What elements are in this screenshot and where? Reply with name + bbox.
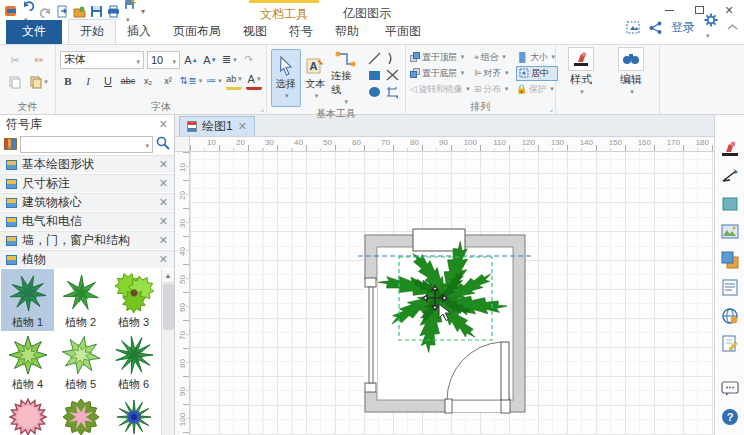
size-button[interactable]: ▐▌大小 (516, 51, 558, 64)
group-button[interactable]: ⌖组合 (474, 51, 516, 64)
hyperlink-icon[interactable] (719, 305, 741, 326)
tab-home[interactable]: 开始 (68, 19, 116, 44)
distribute-button[interactable]: ⊞分布 (474, 83, 516, 96)
tab-view[interactable]: 视图 (232, 20, 278, 44)
category-walls-doors-windows[interactable]: 墙，门，窗户和结构✕ (0, 231, 174, 250)
category-dimensioning[interactable]: 尺寸标注✕ (0, 174, 174, 193)
align-button[interactable]: ⊫对齐 (474, 67, 516, 80)
plant-symbol-3[interactable]: 植物 3 (107, 269, 160, 331)
pencil-shape-tool[interactable] (386, 69, 399, 84)
bullet-list-button[interactable]: ≔ (206, 72, 222, 90)
dialog-launcher-icon[interactable]: ⌟ (549, 104, 553, 113)
rotate-text-icon[interactable]: ↷ (241, 51, 257, 69)
bring-to-front-button[interactable]: 置于顶层 (410, 51, 474, 64)
layers-icon[interactable] (719, 249, 741, 270)
plant-symbol-8[interactable] (54, 393, 107, 435)
symbol-search-input[interactable] (20, 136, 153, 153)
collapse-ribbon-icon[interactable] (727, 23, 738, 31)
arc-shape-tool[interactable] (387, 52, 398, 68)
library-picker-icon[interactable] (4, 138, 17, 150)
settings-gear-icon[interactable] (704, 13, 718, 41)
style-button[interactable]: 样式 (559, 47, 603, 101)
search-icon[interactable] (156, 136, 170, 153)
plant-symbol-9[interactable] (107, 393, 160, 435)
theme-icon[interactable] (719, 137, 741, 158)
category-basic-shapes[interactable]: 基本绘图形状✕ (0, 155, 174, 174)
dialog-launcher-icon[interactable]: ⌟ (260, 104, 264, 113)
cut-icon[interactable]: ✂ (7, 51, 23, 69)
superscript-button[interactable]: x² (160, 72, 176, 90)
close-icon[interactable]: ✕ (159, 235, 168, 246)
print-button[interactable] (107, 5, 120, 18)
comment-icon[interactable] (719, 378, 741, 399)
plant-symbol-2[interactable]: 植物 2 (54, 269, 107, 331)
ellipse-shape-tool[interactable] (368, 86, 381, 101)
strikethrough-button[interactable]: abc (120, 72, 136, 90)
tab-page-layout[interactable]: 页面布局 (162, 20, 232, 44)
center-button[interactable]: 居中 (516, 66, 558, 81)
paste-icon[interactable] (7, 73, 23, 91)
paste-dropdown[interactable] (29, 73, 49, 91)
tab-floor-plan[interactable]: 平面图 (374, 20, 432, 44)
rectangle-shape-tool[interactable] (368, 70, 381, 84)
close-panel-icon[interactable]: ✕ (159, 119, 168, 130)
line-shape-tool[interactable] (368, 52, 381, 68)
line-spacing-button[interactable]: ⇅≣ (180, 72, 202, 90)
protect-button[interactable]: 🔒保护 (516, 83, 558, 96)
plant-symbol-6[interactable]: 植物 6 (107, 331, 160, 393)
connector-tool-button[interactable]: 连接线 (330, 49, 360, 107)
drawing-canvas[interactable] (190, 152, 714, 435)
close-icon[interactable]: ✕ (159, 159, 168, 170)
tab-insert[interactable]: 插入 (116, 20, 162, 44)
highlight-color-button[interactable]: ab (226, 72, 242, 90)
text-tool-button[interactable]: A 文本 (301, 49, 331, 107)
tab-help[interactable]: 帮助 (324, 20, 370, 44)
shrink-font-button[interactable]: A▼ (202, 51, 218, 69)
share-icon[interactable] (649, 21, 662, 34)
scrollbar-thumb[interactable] (163, 284, 174, 330)
close-icon[interactable]: ✕ (159, 254, 168, 265)
edit-button[interactable]: 编辑 (609, 47, 653, 101)
plant-symbol-1[interactable]: 植物 1 (1, 269, 54, 331)
tab-symbols[interactable]: 符号 (278, 20, 324, 44)
open-button[interactable] (73, 5, 86, 18)
category-electrical-telecom[interactable]: 电气和电信✕ (0, 212, 174, 231)
document-tab[interactable]: 绘图1 ✕ (179, 116, 255, 136)
customize-qat-icon[interactable]: ▾ (141, 7, 145, 16)
italic-button[interactable]: I (80, 72, 96, 90)
grow-font-button[interactable]: A▲ (183, 51, 199, 69)
plant-symbol-4[interactable]: 植物 4 (1, 331, 54, 393)
category-plants[interactable]: 植物✕ (0, 250, 174, 269)
close-icon[interactable]: ✕ (159, 178, 168, 189)
close-icon[interactable]: ✕ (159, 216, 168, 227)
save-button[interactable] (90, 5, 103, 18)
note-icon[interactable] (719, 333, 741, 354)
align-text-button[interactable]: ≣ (221, 51, 238, 69)
font-color-button[interactable]: A (246, 72, 262, 90)
import-button[interactable] (56, 5, 69, 18)
login-button[interactable]: 登录 (671, 19, 695, 36)
close-document-icon[interactable]: ✕ (238, 121, 247, 132)
category-building-core[interactable]: 建筑物核心✕ (0, 193, 174, 212)
send-to-back-button[interactable]: 置于底层 (410, 67, 474, 80)
rotate-mirror-button[interactable]: ◁旋转和镜像 (410, 83, 474, 96)
close-icon[interactable]: ✕ (159, 197, 168, 208)
scroll-up-icon[interactable]: ▲ (162, 269, 174, 283)
export-image-icon[interactable] (626, 21, 640, 34)
wall-opening[interactable] (413, 229, 465, 251)
format-painter-icon[interactable]: ✏ (31, 51, 47, 69)
underline-button[interactable]: U (100, 72, 116, 90)
font-name-combo[interactable]: 宋体 (60, 51, 144, 69)
tab-file[interactable]: 文件 (6, 20, 62, 44)
select-tool-button[interactable]: 选择 (271, 49, 301, 107)
plant-symbol-5[interactable]: 植物 5 (54, 331, 107, 393)
redo-button[interactable] (39, 5, 52, 18)
line-style-icon[interactable] (719, 165, 741, 186)
plant-symbol-7[interactable] (1, 393, 54, 435)
picture-icon[interactable] (719, 221, 741, 242)
window-symbol[interactable] (364, 278, 377, 392)
subscript-button[interactable]: x₂ (140, 72, 156, 90)
font-size-combo[interactable]: 10 (147, 51, 180, 69)
outline-icon[interactable] (719, 277, 741, 298)
fill-color-icon[interactable] (719, 193, 741, 214)
